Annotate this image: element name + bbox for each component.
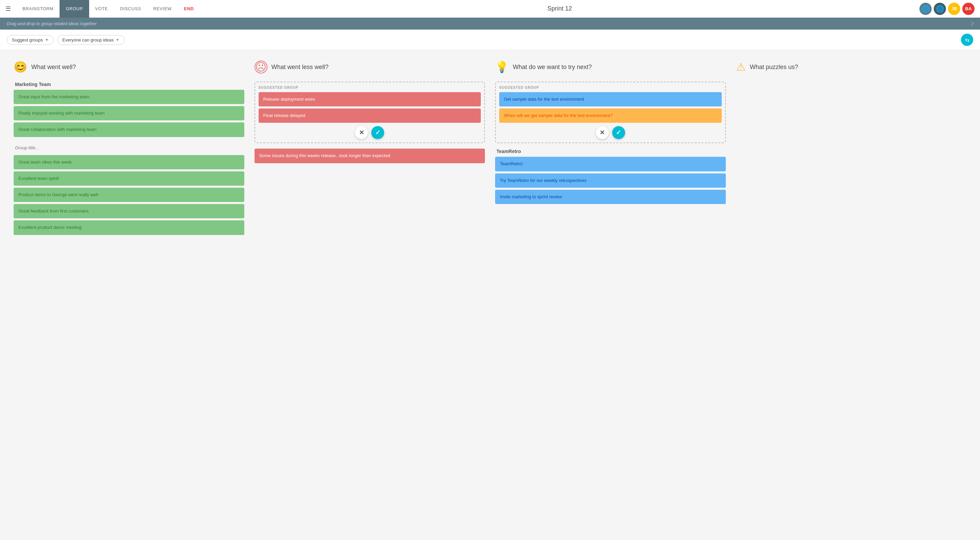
suggested-label-sample: SUGGESTED GROUP xyxy=(499,86,722,89)
everyone-group-button[interactable]: Everyone can group ideas ▼ xyxy=(57,35,124,45)
card-excellent-demo-meeting[interactable]: Excellent product demo meeting xyxy=(14,220,244,235)
column-header-less-well: ☹ What went less well? xyxy=(255,60,485,73)
reject-button-sample[interactable]: ✕ xyxy=(596,126,609,139)
accept-button-release[interactable]: ✓ xyxy=(371,126,384,139)
nav-tabs: BRAINSTORM GROUP VOTE DISCUSS REVIEW END xyxy=(16,0,200,17)
group-ungrouped-well: Great team vibes this week Excellent tea… xyxy=(14,143,244,235)
accept-button-sample[interactable]: ✓ xyxy=(612,126,625,139)
smiley-icon: 😊 xyxy=(14,60,27,73)
card-release-deployment[interactable]: Release deployment woes xyxy=(259,92,481,106)
toolbar: Suggest groups ▼ Everyone can group idea… xyxy=(0,30,980,50)
card-product-demo-george[interactable]: Product demo to George went really well xyxy=(14,188,244,202)
group-title-marketing: Marketing Team xyxy=(14,82,244,87)
avatar-globe1[interactable]: 🌐 xyxy=(920,3,932,15)
card-great-collab[interactable]: Great collaboration with marketing team xyxy=(14,122,244,137)
tab-review[interactable]: REVIEW xyxy=(147,0,178,17)
group-title-teamretro: TeamRetro xyxy=(495,149,726,154)
card-try-teamretro[interactable]: Try TeamRetro for our weekly retrospecti… xyxy=(495,173,726,188)
suggest-groups-label: Suggest groups xyxy=(12,37,43,43)
group-ungrouped-less-well: Some issues during this weeks release...… xyxy=(255,149,485,163)
card-some-issues[interactable]: Some issues during this weeks release...… xyxy=(255,149,485,163)
subtitle-bar: Drag and drop to group related ideas tog… xyxy=(0,17,980,30)
column-went-well: 😊 What went well? Marketing Team Great i… xyxy=(14,60,244,241)
avatar-jb[interactable]: JB xyxy=(948,3,960,15)
navbar: ☰ BRAINSTORM GROUP VOTE DISCUSS REVIEW E… xyxy=(0,0,980,17)
card-great-input[interactable]: Great input from the marketing team xyxy=(14,90,244,104)
suggested-group-release: SUGGESTED GROUP Release deployment woes … xyxy=(255,82,485,143)
suggested-actions-release: ✕ ✓ xyxy=(259,126,481,139)
suggested-actions-sample: ✕ ✓ xyxy=(499,126,722,139)
scroll-indicator xyxy=(969,21,974,26)
column-title-try-next: What do we want to try next? xyxy=(513,64,592,71)
chevron-down-icon-2: ▼ xyxy=(116,38,119,42)
suggested-group-sample: SUGGESTED GROUP Get sample data for the … xyxy=(495,82,726,143)
chevron-down-icon: ▼ xyxy=(45,38,49,42)
card-final-release-delayed[interactable]: Final release delayed xyxy=(259,108,481,123)
suggest-groups-button[interactable]: Suggest groups ▼ xyxy=(7,35,54,45)
reject-button-release[interactable]: ✕ xyxy=(355,126,368,139)
card-great-feedback[interactable]: Great feedback from first customers xyxy=(14,204,244,218)
card-teamretro-exclaim[interactable]: TeamRetro! xyxy=(495,157,726,171)
tab-vote[interactable]: VOTE xyxy=(89,0,114,17)
avatar-ba[interactable]: BA xyxy=(962,3,975,15)
card-excellent-spirit[interactable]: Excellent team spirit! xyxy=(14,172,244,186)
page-title: Sprint 12 xyxy=(200,5,920,12)
column-title-puzzles: What puzzles us? xyxy=(750,64,798,71)
action-icon: ⇆ xyxy=(965,37,969,43)
action-button[interactable]: ⇆ xyxy=(961,34,973,46)
card-invite-marketing[interactable]: Invite marketing to sprint review xyxy=(495,190,726,204)
bulb-icon: 💡 xyxy=(495,60,509,73)
subtitle-text: Drag and drop to group related ideas tog… xyxy=(7,21,97,26)
avatar-group: 🌐 🌐 JB BA xyxy=(920,3,975,15)
card-enjoyed-working[interactable]: Really enjoyed working with marketing te… xyxy=(14,106,244,121)
column-title-went-well: What went well? xyxy=(31,64,76,71)
tab-end[interactable]: END xyxy=(178,0,200,17)
column-header-try-next: 💡 What do we want to try next? xyxy=(495,60,726,73)
column-title-less-well: What went less well? xyxy=(272,64,329,71)
column-header-went-well: 😊 What went well? xyxy=(14,60,244,73)
column-header-puzzles: ⚠ What puzzles us? xyxy=(736,60,967,73)
everyone-label: Everyone can group ideas xyxy=(62,37,114,43)
column-went-less-well: ☹ What went less well? SUGGESTED GROUP R… xyxy=(255,60,485,241)
group-marketing-team: Marketing Team Great input from the mark… xyxy=(14,82,244,137)
warning-icon: ⚠ xyxy=(736,60,746,73)
card-get-sample-data[interactable]: Get sample data for the test environment xyxy=(499,92,722,106)
board: 😊 What went well? Marketing Team Great i… xyxy=(0,50,980,251)
avatar-globe2[interactable]: 🌐 xyxy=(934,3,946,15)
tab-brainstorm[interactable]: BRAINSTORM xyxy=(16,0,60,17)
column-try-next: 💡 What do we want to try next? SUGGESTED… xyxy=(495,60,726,241)
tab-discuss[interactable]: DISCUSS xyxy=(114,0,147,17)
card-great-team-vibes[interactable]: Great team vibes this week xyxy=(14,155,244,169)
hamburger-icon[interactable]: ☰ xyxy=(5,5,11,13)
frown-icon: ☹ xyxy=(255,60,267,73)
group-title-input[interactable] xyxy=(14,143,244,152)
toolbar-left: Suggest groups ▼ Everyone can group idea… xyxy=(7,35,124,45)
suggested-label-release: SUGGESTED GROUP xyxy=(259,86,481,89)
group-teamretro: TeamRetro TeamRetro! Try TeamRetro for o… xyxy=(495,149,726,204)
card-when-sample-data[interactable]: When will we get sample data for the tes… xyxy=(499,108,722,123)
tab-group[interactable]: GROUP xyxy=(60,0,89,17)
column-puzzles: ⚠ What puzzles us? xyxy=(736,60,967,241)
